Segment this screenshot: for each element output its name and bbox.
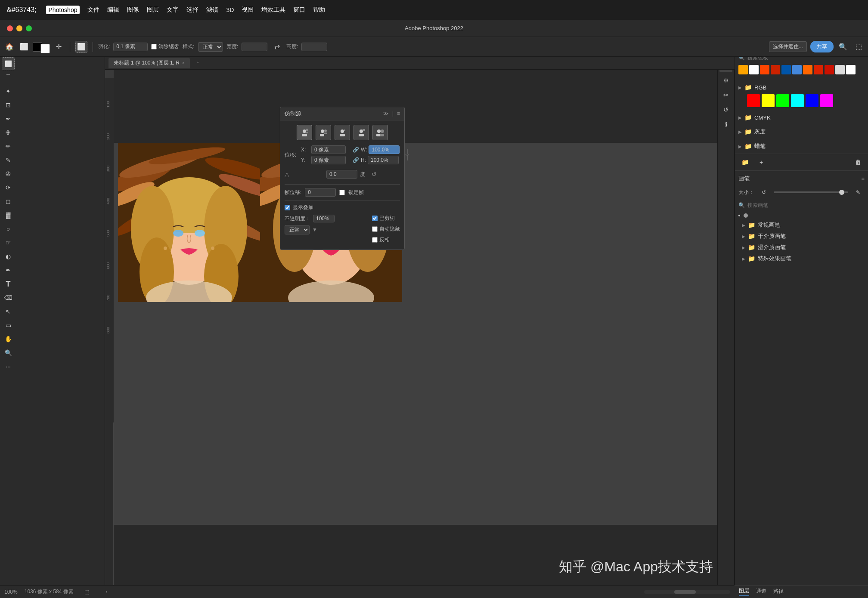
brush-cat-special[interactable]: ▶ 📁 特殊效果画笔 xyxy=(738,253,865,264)
more-tools[interactable]: ··· xyxy=(2,360,15,373)
history-icon[interactable]: ↺ xyxy=(719,103,732,116)
tab-channels[interactable]: 通道 xyxy=(756,588,766,596)
pen-tool[interactable]: ✒ xyxy=(2,264,15,277)
angle-input[interactable] xyxy=(326,170,357,179)
properties-icon[interactable]: ⚙ xyxy=(719,74,732,87)
gradient-tool[interactable]: ▓ xyxy=(2,209,15,222)
scrollbar-horizontal[interactable] xyxy=(644,590,730,594)
tab-more-icon[interactable]: * xyxy=(192,57,205,70)
h-input[interactable] xyxy=(368,156,399,164)
swatch-red2[interactable] xyxy=(814,65,823,74)
clipped-checkbox[interactable] xyxy=(372,216,378,221)
brush-search-input[interactable] xyxy=(747,202,865,208)
rgb-swatch-green[interactable] xyxy=(776,94,789,107)
text-tool[interactable]: T xyxy=(2,277,15,290)
style-select[interactable]: 正常 xyxy=(198,42,223,52)
rectangular-marquee-tool[interactable]: ⬜ xyxy=(2,57,15,70)
tab-paths[interactable]: 路径 xyxy=(773,588,784,596)
clone-source-4[interactable] xyxy=(353,125,369,140)
status-next-icon[interactable]: › xyxy=(100,586,113,598)
swatch-dark-red2[interactable] xyxy=(825,65,834,74)
path-selection-tool[interactable]: ↖ xyxy=(2,305,15,318)
y-input[interactable] xyxy=(311,156,346,164)
clone-source-2[interactable] xyxy=(316,125,331,140)
brush-cat-regular[interactable]: ▶ 📁 常规画笔 xyxy=(738,219,865,231)
healing-brush-tool[interactable]: ✙ xyxy=(2,126,15,139)
brush-panel-menu-icon[interactable]: ≡ xyxy=(861,176,865,182)
clone-panel-menu-icon[interactable]: ≡ xyxy=(397,111,400,117)
menu-item-photoshop[interactable]: Photoshop xyxy=(46,6,80,14)
menu-item-plugins[interactable]: 增效工具 xyxy=(261,6,285,14)
reset-brush-size-icon[interactable]: ↺ xyxy=(757,186,770,199)
maximize-button[interactable] xyxy=(26,25,32,31)
delete-swatch-icon[interactable]: 🗑 xyxy=(852,156,865,169)
crop-tool[interactable]: ⊡ xyxy=(2,99,15,111)
height-input[interactable] xyxy=(301,43,327,51)
wax-header[interactable]: ▶ 📁 蜡笔 xyxy=(738,141,865,152)
background-color[interactable] xyxy=(40,44,50,53)
tab-close-icon[interactable]: × xyxy=(182,61,185,65)
antialias-checkbox[interactable] xyxy=(151,44,157,49)
menu-item-layer[interactable]: 图层 xyxy=(147,6,159,14)
x-input[interactable] xyxy=(311,145,346,154)
brush-cat-dry[interactable]: ▶ 📁 干介质画笔 xyxy=(738,231,865,242)
clone-source-1[interactable] xyxy=(297,125,312,140)
selection-tool-active[interactable]: ⬜ xyxy=(75,41,87,53)
move-tool[interactable]: ✛ xyxy=(53,41,65,53)
add-swatch-icon[interactable]: + xyxy=(755,156,768,169)
swatch-light-blue[interactable] xyxy=(792,65,802,74)
brush-cat-wet[interactable]: ▶ 📁 湿介质画笔 xyxy=(738,242,865,253)
eyedropper-tool[interactable]: ✒ xyxy=(2,112,15,125)
swatch-white[interactable] xyxy=(749,65,759,74)
swatch-blue[interactable] xyxy=(781,65,791,74)
swatch-white2[interactable] xyxy=(846,65,856,74)
smudge-tool[interactable]: ☞ xyxy=(2,236,15,249)
search-icon[interactable]: 🔍 xyxy=(837,41,849,53)
clone-stamp-tool[interactable]: ✇ xyxy=(2,167,15,180)
zoom-tool[interactable]: 🔍 xyxy=(2,346,15,359)
show-overlay-checkbox[interactable] xyxy=(285,205,290,210)
home-icon[interactable]: 🏠 xyxy=(3,41,16,53)
menu-item-edit[interactable]: 编辑 xyxy=(107,6,119,14)
menu-item-text[interactable]: 文字 xyxy=(167,6,179,14)
brush-tool[interactable]: ✏ xyxy=(2,140,15,153)
swatch-orange2[interactable] xyxy=(803,65,812,74)
blend-mode-select[interactable]: 正常 xyxy=(285,225,310,234)
rgb-swatch-yellow[interactable] xyxy=(762,94,775,107)
history-brush-tool[interactable]: ⟳ xyxy=(2,181,15,194)
rgb-swatch-blue[interactable] xyxy=(806,94,818,107)
rgb-swatch-cyan[interactable] xyxy=(791,94,804,107)
brush-size-thumb[interactable] xyxy=(839,190,844,195)
width-input[interactable] xyxy=(242,43,267,51)
swatch-orange[interactable] xyxy=(738,65,748,74)
gray-header[interactable]: ▶ 📁 灰度 xyxy=(738,126,865,137)
apple-icon[interactable]: &#63743; xyxy=(7,6,37,14)
menu-item-image[interactable]: 图像 xyxy=(127,6,139,14)
rectangle-shape-tool[interactable]: ▭ xyxy=(2,319,15,332)
tab-layers[interactable]: 图层 xyxy=(739,587,749,596)
dodge-tool[interactable]: ◐ xyxy=(2,250,15,263)
share-button[interactable]: 共享 xyxy=(810,41,834,52)
pencil-tool[interactable]: ✎ xyxy=(2,154,15,166)
document-tab[interactable]: 未标题-1 @ 100% (图层 1, R × xyxy=(108,58,190,68)
minimize-button[interactable] xyxy=(16,25,22,31)
rgb-swatch-red[interactable] xyxy=(747,94,760,107)
close-button[interactable] xyxy=(7,25,13,31)
info-icon[interactable]: ℹ xyxy=(719,118,732,131)
lock-frame-checkbox[interactable] xyxy=(339,190,345,195)
invert-checkbox[interactable] xyxy=(372,237,378,243)
clone-source-5[interactable] xyxy=(372,125,388,140)
menu-item-window[interactable]: 窗口 xyxy=(293,6,305,14)
clone-source-3[interactable] xyxy=(335,125,350,140)
swatch-light-gray[interactable] xyxy=(835,65,845,74)
brush-size-edit-icon[interactable]: ✎ xyxy=(852,186,865,199)
menu-item-file[interactable]: 文件 xyxy=(87,6,99,14)
menu-item-select[interactable]: 选择 xyxy=(186,6,198,14)
auto-hide-checkbox[interactable] xyxy=(372,226,378,232)
swatch-dark-red[interactable] xyxy=(771,65,780,74)
w-input[interactable] xyxy=(369,145,400,154)
menu-item-view[interactable]: 视图 xyxy=(242,6,254,14)
scrollbar-thumb[interactable] xyxy=(674,590,696,594)
workspace-icon[interactable]: ⬚ xyxy=(852,41,865,53)
shape-path-tool[interactable]: ⌫ xyxy=(2,291,15,304)
